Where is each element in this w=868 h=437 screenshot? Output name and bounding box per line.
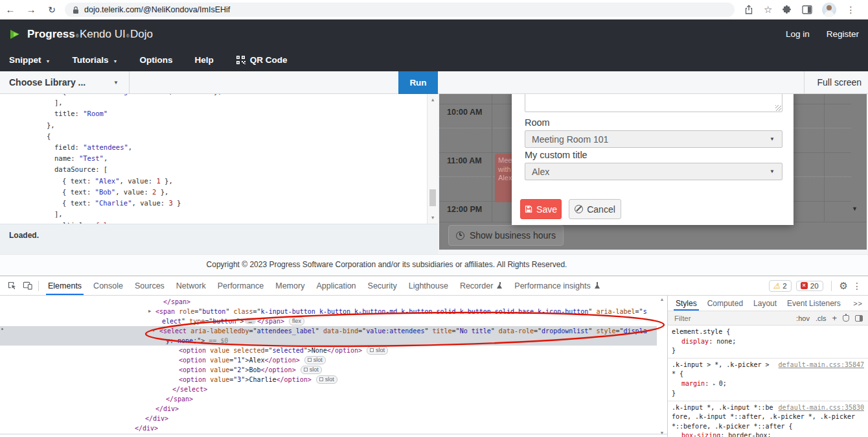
code-line[interactable]: },	[0, 120, 427, 131]
profile-avatar[interactable]	[822, 3, 836, 17]
back-icon[interactable]	[0, 0, 21, 19]
side-panel-icon[interactable]	[802, 5, 812, 14]
dom-node[interactable]: </div>	[0, 404, 657, 414]
devtools-tab[interactable]: Application	[310, 276, 361, 295]
inline-expand-button[interactable]: …	[245, 318, 255, 324]
register-link[interactable]: Register	[827, 29, 859, 39]
stylesheet-link[interactable]: default-main.css:35847	[779, 360, 864, 370]
share-icon[interactable]	[744, 5, 754, 15]
css-property[interactable]: box-sizing: border-box;	[672, 431, 864, 437]
show-business-hours-button[interactable]: Show business hours	[448, 225, 564, 246]
new-rule-button[interactable]: +	[832, 313, 837, 323]
reload-icon[interactable]	[41, 0, 62, 19]
code-line[interactable]: {	[0, 131, 427, 142]
scroll-down-icon[interactable]	[658, 431, 666, 435]
devtools-tab[interactable]: Security	[362, 276, 403, 295]
settings-gear-icon[interactable]	[839, 280, 848, 292]
bookmark-star-icon[interactable]	[764, 4, 772, 16]
styles-tab[interactable]: Styles	[670, 296, 702, 311]
stylesheet-link[interactable]: default-main.css:35830	[779, 403, 864, 413]
attendees-dropdown[interactable]: Alex	[525, 163, 782, 180]
dom-node[interactable]: <option value selected="selected">None</…	[0, 346, 657, 355]
code-line[interactable]: title: "Room"	[0, 108, 427, 119]
dom-node[interactable]: </div>	[0, 414, 657, 423]
dom-node[interactable]: </span>	[0, 297, 657, 307]
devtools-tab[interactable]: Lighthouse	[403, 276, 454, 295]
extensions-puzzle-icon[interactable]	[782, 5, 792, 15]
devtools-tab[interactable]: Network	[170, 276, 212, 295]
styles-filter-input[interactable]	[673, 314, 747, 323]
expanded-arrow-icon[interactable]: ▼	[152, 326, 155, 336]
devtools-tab[interactable]: Sources	[129, 276, 170, 295]
slot-badge[interactable]: slot	[367, 346, 388, 355]
dom-node[interactable]: <option value="2">Bob</option>slot	[0, 365, 657, 375]
login-link[interactable]: Log in	[786, 29, 810, 39]
code-line[interactable]: ],	[0, 209, 427, 220]
dom-node[interactable]: </select>	[0, 384, 657, 394]
code-line[interactable]: ],	[0, 97, 427, 108]
cancel-button[interactable]: Cancel	[569, 199, 621, 219]
collapsed-arrow-icon[interactable]: ▶	[148, 307, 151, 316]
dom-node[interactable]: ▼<select aria-labelledby="attendees_labe…	[0, 326, 657, 336]
styles-tab[interactable]: Computed	[702, 296, 748, 311]
scroll-up-icon[interactable]	[658, 297, 666, 301]
class-toggle[interactable]: .cls	[816, 314, 827, 322]
menu-tutorials[interactable]: Tutorials	[72, 55, 117, 65]
menu-help[interactable]: Help	[194, 55, 213, 65]
address-bar[interactable]: dojo.telerik.com/@NeliKondova/ImIsEHif	[65, 3, 735, 17]
scrollbar-thumb[interactable]	[429, 189, 436, 206]
library-select[interactable]: Choose Library ...	[0, 71, 130, 93]
devtools-tab[interactable]: Recorder	[454, 276, 508, 295]
scheduler-scroll-down-icon[interactable]	[852, 206, 858, 212]
dom-node[interactable]: </div>	[0, 423, 657, 433]
flex-badge[interactable]: flex	[289, 317, 304, 325]
css-selector[interactable]: element.style {	[672, 328, 730, 335]
inspect-element-icon[interactable]	[4, 278, 19, 294]
save-button[interactable]: Save	[520, 199, 562, 219]
dom-node[interactable]: elect" type="button">…</span>flex	[0, 316, 657, 326]
slot-badge[interactable]: slot	[316, 375, 337, 384]
pseudo-state-toggle[interactable]: :hov	[796, 314, 810, 322]
devtools-tab[interactable]: Performance	[212, 276, 270, 295]
devtools-tab[interactable]: Memory	[269, 276, 310, 295]
styles-tab[interactable]: Event Listeners	[782, 296, 846, 311]
code-line[interactable]: dataSource: [	[0, 164, 427, 175]
code-line[interactable]: { text: "Bob", value: 2 },	[0, 187, 427, 198]
devtools-tab[interactable]: Performance insights	[508, 276, 606, 295]
scroll-down-icon[interactable]	[428, 213, 438, 222]
device-toolbar-icon[interactable]	[19, 278, 35, 294]
menu-options[interactable]: Options	[139, 55, 172, 65]
menu-qr-code[interactable]: QR Code	[236, 55, 288, 65]
menu-snippet[interactable]: Snippet	[9, 55, 50, 65]
scheduler-event[interactable]: MeetingwithAlex	[495, 154, 513, 202]
dom-node[interactable]: <option value="3">Charlie</option>slot	[0, 375, 657, 384]
errors-badge[interactable]: ×20	[796, 281, 823, 291]
dom-node[interactable]: </span>	[0, 394, 657, 404]
run-button[interactable]: Run	[398, 71, 438, 94]
devtools-tab[interactable]: Elements	[42, 276, 87, 295]
code-line[interactable]: name: "Test",	[0, 153, 427, 164]
css-selector[interactable]: .k-input > *, .k-picker > * {	[672, 361, 770, 378]
code-line[interactable]: field: "attendees",	[0, 142, 427, 153]
scroll-up-icon[interactable]	[428, 95, 438, 104]
more-tabs-icon[interactable]: >>	[853, 300, 868, 307]
devtools-tab[interactable]: Console	[87, 276, 129, 295]
dom-node[interactable]: ▶<span role="button" class="k-input-butt…	[0, 307, 657, 316]
css-property[interactable]: margin: ▸ 0;	[672, 379, 864, 390]
css-property[interactable]: display: none;	[672, 337, 864, 347]
devtools-menu-icon[interactable]	[852, 280, 862, 292]
dom-node[interactable]: <option value="1">Alex</option>slot	[0, 355, 657, 365]
forward-icon[interactable]	[21, 0, 41, 19]
editor-scrollbar[interactable]	[427, 94, 438, 224]
code-line[interactable]: { text: "Alex", value: 1 },	[0, 176, 427, 187]
dom-node[interactable]: y: none;"> == $0	[0, 336, 657, 346]
dock-panel-icon[interactable]	[855, 315, 863, 322]
elements-scrollbar[interactable]	[657, 296, 667, 437]
styles-tab[interactable]: Layout	[748, 296, 782, 311]
room-dropdown[interactable]: Meeting Room 101	[525, 130, 782, 148]
code-editor[interactable]: { text: "Meeting Room 101", value: 1 },]…	[0, 94, 438, 224]
fullscreen-button[interactable]: Full screen	[804, 71, 868, 93]
description-textarea[interactable]	[525, 94, 782, 112]
code-line[interactable]: { text: "Charlie", value: 3 }	[0, 198, 427, 209]
browser-menu-icon[interactable]	[846, 4, 855, 16]
